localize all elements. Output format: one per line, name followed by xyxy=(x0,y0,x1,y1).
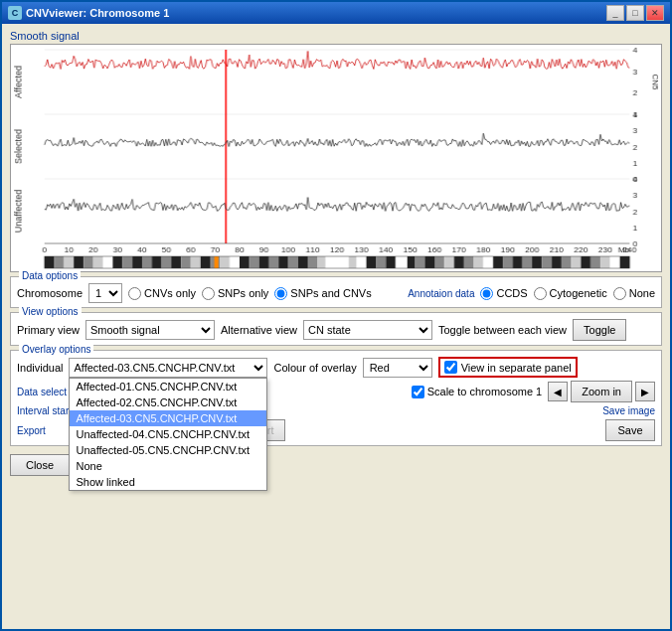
scale-label[interactable]: Scale to chromosome 1 xyxy=(412,386,543,398)
snps-cnvs-label[interactable]: SNPs and CNVs xyxy=(274,287,371,300)
data-options-row: Chromosome 123XY CNVs only SNPs only SNP… xyxy=(17,283,655,303)
colour-select[interactable]: Red Blue Green Black xyxy=(363,358,432,378)
snps-only-radio[interactable] xyxy=(202,287,215,300)
chromosome-select[interactable]: 123XY xyxy=(88,283,122,303)
snps-cnvs-radio[interactable] xyxy=(274,287,287,300)
individual-dropdown-list: Affected-01.CN5.CNCHP.CNV.txt Affected-0… xyxy=(69,378,267,491)
main-window: C CNVviewer: Chromosome 1 _ □ ✕ Smooth s… xyxy=(0,0,672,631)
individual-label: Individual xyxy=(17,362,63,374)
zoom-right-button[interactable]: ▶ xyxy=(635,382,655,401)
ccds-radio[interactable] xyxy=(480,287,493,300)
title-bar: C CNVviewer: Chromosome 1 _ □ ✕ xyxy=(2,2,670,24)
none-annotation-label[interactable]: None xyxy=(613,287,655,300)
save-image-label: Save image xyxy=(602,405,655,416)
primary-view-label: Primary view xyxy=(17,324,80,336)
maximize-button[interactable]: □ xyxy=(626,5,644,21)
window-title: CNVviewer: Chromosome 1 xyxy=(26,7,169,19)
toggle-button[interactable]: Toggle xyxy=(573,319,626,341)
overlay-options-title: Overlay options xyxy=(19,344,93,355)
dropdown-item-5[interactable]: None xyxy=(70,458,266,474)
dropdown-item-3[interactable]: Unaffected-04.CN5.CNCHP.CNV.txt xyxy=(70,426,266,442)
alternative-view-select[interactable]: CN state Smooth signal BAF LogR xyxy=(303,320,432,340)
save-button[interactable]: Save xyxy=(605,419,655,441)
data-options-title: Data options xyxy=(19,270,81,281)
dropdown-item-4[interactable]: Unaffected-05.CN5.CNCHP.CNV.txt xyxy=(70,442,266,458)
dropdown-item-1[interactable]: Affected-02.CN5.CNCHP.CNV.txt xyxy=(70,394,266,410)
view-options-title: View options xyxy=(19,306,82,317)
cnvs-only-label[interactable]: CNVs only xyxy=(128,287,196,300)
annotation-title: Annotaion data xyxy=(408,288,474,299)
colour-label: Colour of overlay xyxy=(273,362,356,374)
cnvs-only-radio[interactable] xyxy=(128,287,141,300)
content-area: Smooth signal Data options Chromosome 12… xyxy=(2,24,670,629)
zoom-left-button[interactable]: ◀ xyxy=(548,382,568,401)
close-window-button[interactable]: ✕ xyxy=(646,5,664,21)
dropdown-item-2[interactable]: Affected-03.CN5.CNCHP.CNV.txt xyxy=(70,410,266,426)
toggle-label: Toggle between each view xyxy=(438,324,567,336)
individual-select[interactable]: Affected-01.CN5.CNCHP.CNV.txt Affected-0… xyxy=(69,358,267,378)
none-ann-radio[interactable] xyxy=(613,287,626,300)
dropdown-item-6[interactable]: Show linked xyxy=(70,474,266,490)
chart-title: Smooth signal xyxy=(10,30,662,42)
chromosome-label: Chromosome xyxy=(17,287,83,299)
view-separate-panel: View in separate panel xyxy=(438,357,578,378)
overlay-row-1: Individual Affected-01.CN5.CNCHP.CNV.txt… xyxy=(17,357,655,378)
chart-canvas xyxy=(11,45,661,271)
primary-view-select[interactable]: Smooth signal CN state BAF LogR xyxy=(85,320,215,340)
view-separate-checkbox[interactable] xyxy=(444,361,457,374)
view-separate-label: View in separate panel xyxy=(461,362,572,374)
zoom-in-button[interactable]: Zoom in xyxy=(571,381,632,402)
cytogenetic-radio[interactable] xyxy=(534,287,547,300)
ccds-label[interactable]: CCDS xyxy=(480,287,527,300)
view-options-group: View options Primary view Smooth signal … xyxy=(10,312,662,346)
app-icon: C xyxy=(8,6,22,20)
scale-checkbox[interactable] xyxy=(412,386,424,398)
save-area: Save image xyxy=(602,405,655,416)
view-options-row: Primary view Smooth signal CN state BAF … xyxy=(17,319,655,341)
cytogenetic-label[interactable]: Cytogenetic xyxy=(534,287,607,300)
individual-dropdown-container: Affected-01.CN5.CNCHP.CNV.txt Affected-0… xyxy=(69,358,267,378)
snps-only-label[interactable]: SNPs only xyxy=(202,287,268,300)
dropdown-item-0[interactable]: Affected-01.CN5.CNCHP.CNV.txt xyxy=(70,379,266,394)
overlay-options-group: Overlay options Individual Affected-01.C… xyxy=(10,350,662,446)
zoom-controls: ◀ Zoom in ▶ xyxy=(548,381,655,402)
data-options-group: Data options Chromosome 123XY CNVs only … xyxy=(10,276,662,308)
close-button[interactable]: Close xyxy=(10,454,70,476)
alternative-view-label: Alternative view xyxy=(221,324,297,336)
window-controls: _ □ ✕ xyxy=(606,5,664,21)
chart-section: Smooth signal xyxy=(10,30,662,272)
minimize-button[interactable]: _ xyxy=(606,5,624,21)
title-bar-left: C CNVviewer: Chromosome 1 xyxy=(8,6,169,20)
chart-area xyxy=(10,44,662,272)
